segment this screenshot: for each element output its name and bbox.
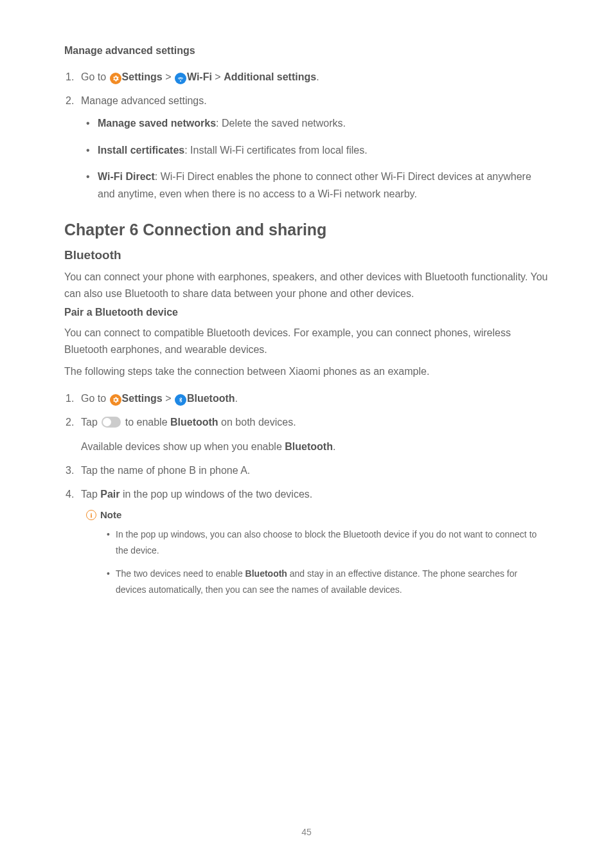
- toggle-off-icon: [102, 417, 121, 428]
- step-manage-advanced: Manage advanced settings. Manage saved n…: [76, 92, 549, 203]
- wifi-icon: [175, 73, 186, 84]
- text-avail-suffix: .: [333, 441, 335, 452]
- paragraph-pair-intro: You can connect to compatible Bluetooth …: [64, 325, 549, 357]
- text-pair-suffix: in the pop up windows of the two devices…: [120, 489, 313, 500]
- label-bluetooth: Bluetooth: [187, 393, 235, 404]
- text-goto: Go to: [81, 393, 109, 404]
- heading-chapter-6: Chapter 6 Connection and sharing: [64, 221, 549, 239]
- step-goto-additional-settings: Go to Settings > Wi-Fi > Additional sett…: [76, 68, 549, 86]
- label-pair: Pair: [100, 489, 120, 500]
- note-bullet-block-device: In the pop up windows, you can also choo…: [116, 527, 549, 558]
- bluetooth-icon: [175, 394, 186, 406]
- label-additional-settings: Additional settings: [224, 71, 316, 82]
- label-bluetooth: Bluetooth: [245, 568, 287, 579]
- step-tap-phone-name: Tap the name of phone B in phone A.: [76, 462, 549, 479]
- bullets-advanced-options: Manage saved networks: Delete the saved …: [81, 114, 549, 203]
- text-manage: Manage advanced settings.: [81, 95, 207, 106]
- heading-bluetooth: Bluetooth: [64, 248, 549, 262]
- label-wifi-direct: Wi-Fi Direct: [98, 171, 155, 182]
- text-ic-desc: : Install Wi-Fi certificates from local …: [184, 145, 368, 156]
- settings-icon: [110, 73, 121, 84]
- text-avail-prefix: Available devices show up when you enabl…: [81, 441, 285, 452]
- document-page: Manage advanced settings Go to Settings …: [0, 0, 613, 597]
- text-n2-prefix: The two devices need to enable: [116, 568, 245, 579]
- label-settings: Settings: [122, 393, 163, 404]
- page-number: 45: [0, 827, 613, 837]
- text-period: .: [235, 393, 238, 404]
- label-bluetooth: Bluetooth: [285, 441, 333, 452]
- step-tap-toggle: Tap to enable Bluetooth on both devices.…: [76, 413, 549, 455]
- paragraph-available-devices: Available devices show up when you enabl…: [81, 439, 549, 455]
- label-manage-saved-networks: Manage saved networks: [98, 118, 216, 129]
- label-bluetooth: Bluetooth: [170, 417, 218, 428]
- text-to-enable: to enable: [122, 417, 170, 428]
- note-header: i Note: [86, 509, 549, 520]
- paragraph-bluetooth-intro: You can connect your phone with earphone…: [64, 269, 549, 302]
- text-tap: Tap: [81, 489, 100, 500]
- steps-pair-bluetooth: Go to Settings > Bluetooth. Tap to enabl…: [64, 390, 549, 503]
- text-tap: Tap: [81, 417, 100, 428]
- paragraph-pair-example: The following steps take the connection …: [64, 363, 549, 380]
- info-icon: i: [86, 510, 96, 520]
- bullet-install-certificates: Install certificates: Install Wi-Fi cert…: [95, 141, 549, 159]
- note-block: i Note In the pop up windows, you can al…: [64, 509, 549, 597]
- label-wifi: Wi-Fi: [187, 71, 212, 82]
- text-msn-desc: : Delete the saved networks.: [216, 118, 346, 129]
- heading-manage-advanced: Manage advanced settings: [64, 45, 549, 57]
- separator: >: [212, 71, 224, 82]
- text-wd-desc: : Wi-Fi Direct enables the phone to conn…: [98, 171, 531, 199]
- bullet-manage-saved-networks: Manage saved networks: Delete the saved …: [95, 114, 549, 132]
- note-bullet-enable-bluetooth: The two devices need to enable Bluetooth…: [116, 566, 549, 597]
- settings-icon: [110, 394, 121, 406]
- bullet-wifi-direct: Wi-Fi Direct: Wi-Fi Direct enables the p…: [95, 168, 549, 203]
- label-note: Note: [100, 509, 121, 520]
- text-on-both: on both devices.: [218, 417, 296, 428]
- step-goto-bluetooth: Go to Settings > Bluetooth.: [76, 390, 549, 407]
- label-settings: Settings: [122, 71, 163, 82]
- step-tap-pair: Tap Pair in the pop up windows of the tw…: [76, 485, 549, 503]
- separator: >: [163, 71, 174, 82]
- heading-pair-device: Pair a Bluetooth device: [64, 307, 549, 318]
- label-install-certificates: Install certificates: [98, 145, 184, 156]
- text-period: .: [316, 71, 319, 82]
- separator: >: [163, 393, 174, 404]
- text-goto: Go to: [81, 71, 109, 82]
- steps-manage-advanced: Go to Settings > Wi-Fi > Additional sett…: [64, 68, 549, 203]
- note-bullets: In the pop up windows, you can also choo…: [86, 527, 549, 597]
